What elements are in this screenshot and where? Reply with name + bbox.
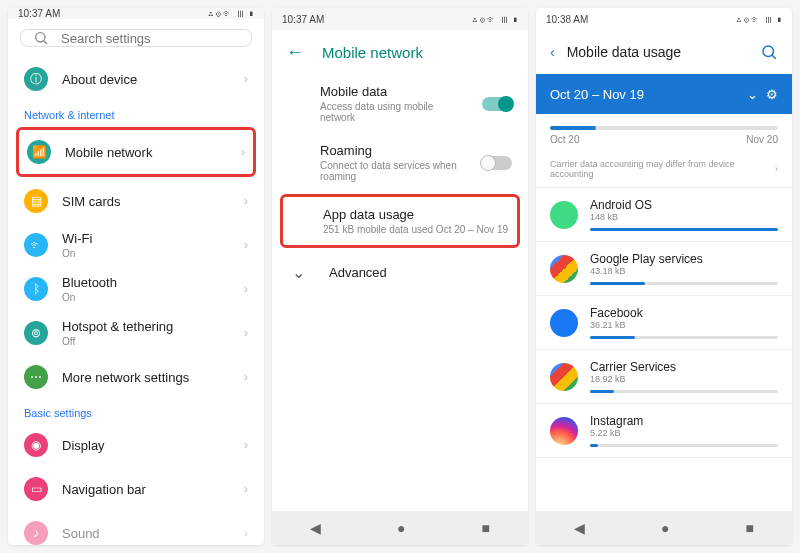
display-label: Display xyxy=(62,438,230,453)
advanced-label: Advanced xyxy=(329,265,512,280)
search-settings[interactable] xyxy=(20,29,252,47)
wifi-icon: ᯤ xyxy=(24,233,48,257)
search-input[interactable] xyxy=(61,31,239,46)
info-icon: ⓘ xyxy=(24,67,48,91)
status-time: 10:38 AM xyxy=(546,14,588,25)
chevron-right-icon: › xyxy=(244,526,248,540)
data-usage-screen: 10:38 AM ⁂ ⊘ ᯤ ⫴ ▮ ‹ Mobile data usage O… xyxy=(536,8,792,545)
chevron-right-icon: › xyxy=(244,194,248,208)
mobile-data-label: Mobile data xyxy=(320,84,468,99)
nav-buttons: ◀ ● ■ xyxy=(272,511,528,545)
status-time: 10:37 AM xyxy=(18,8,60,19)
svg-point-0 xyxy=(36,33,45,42)
status-bar: 10:38 AM ⁂ ⊘ ᯤ ⫴ ▮ xyxy=(536,8,792,30)
back-arrow-icon[interactable]: ‹ xyxy=(550,44,555,60)
page-title: Mobile data usage xyxy=(567,44,681,60)
sound-row[interactable]: ♪ Sound › xyxy=(8,511,264,545)
hotspot-status: Off xyxy=(62,336,230,347)
app-data-usage-row[interactable]: App data usage251 kB mobile data used Oc… xyxy=(283,197,517,245)
app-row[interactable]: Google Play services 43.18 kB xyxy=(536,242,792,295)
chevron-right-icon: › xyxy=(244,72,248,86)
mobile-network-row[interactable]: 📶 Mobile network › xyxy=(19,130,253,174)
mobile-data-toggle[interactable] xyxy=(482,97,512,111)
navbar-row[interactable]: ▭ Navigation bar › xyxy=(8,467,264,511)
home-button[interactable]: ● xyxy=(397,520,405,536)
mobile-data-row[interactable]: Mobile dataAccess data using mobile netw… xyxy=(272,74,528,133)
roaming-sub: Connect to data services when roaming xyxy=(320,160,468,182)
usage-timeline: Oct 20 Nov 20 xyxy=(536,114,792,151)
bluetooth-icon: ᛒ xyxy=(24,277,48,301)
chevron-right-icon: › xyxy=(244,282,248,296)
hotspot-row[interactable]: ⊚ Hotspot & tetheringOff › xyxy=(8,311,264,355)
sim-cards-row[interactable]: ▤ SIM cards › xyxy=(8,179,264,223)
more-icon: ⋯ xyxy=(24,365,48,389)
bluetooth-row[interactable]: ᛒ BluetoothOn › xyxy=(8,267,264,311)
chevron-down-icon[interactable]: ⌄ xyxy=(747,87,758,102)
app-list: Android OS 148 kB Google Play services 4… xyxy=(536,188,792,458)
navbar-label: Navigation bar xyxy=(62,482,230,497)
roaming-row[interactable]: RoamingConnect to data services when roa… xyxy=(272,133,528,192)
status-bar: 10:37 AM ⁂ ⊘ ᯤ ⫴ ▮ xyxy=(272,8,528,30)
recent-button[interactable]: ■ xyxy=(482,520,490,536)
about-device-row[interactable]: ⓘ About device › xyxy=(8,57,264,101)
advanced-row[interactable]: ⌄ Advanced xyxy=(272,250,528,294)
more-label: More network settings xyxy=(62,370,230,385)
svg-line-1 xyxy=(44,41,47,44)
date-range-bar[interactable]: Oct 20 – Nov 19 ⌄ ⚙ xyxy=(536,74,792,114)
wifi-status: On xyxy=(62,248,230,259)
status-bar: 10:37 AM ⁂ ⊘ ᯤ ⫴ ▮ xyxy=(8,8,264,19)
search-icon xyxy=(33,30,49,46)
display-row[interactable]: ◉ Display › xyxy=(8,423,264,467)
back-button[interactable]: ◀ xyxy=(310,520,321,536)
sound-icon: ♪ xyxy=(24,521,48,545)
app-name: Instagram xyxy=(590,414,778,428)
app-icon xyxy=(550,363,578,391)
search-icon[interactable] xyxy=(760,43,778,61)
header: ← Mobile network xyxy=(272,30,528,74)
app-name: Facebook xyxy=(590,306,778,320)
roaming-toggle[interactable] xyxy=(482,156,512,170)
bt-status: On xyxy=(62,292,230,303)
app-name: Google Play services xyxy=(590,252,778,266)
more-network-row[interactable]: ⋯ More network settings › xyxy=(8,355,264,399)
about-label: About device xyxy=(62,72,230,87)
app-icon xyxy=(550,417,578,445)
app-icon xyxy=(550,255,578,283)
app-row[interactable]: Android OS 148 kB xyxy=(536,188,792,241)
sound-label: Sound xyxy=(62,526,230,541)
back-button[interactable]: ◀ xyxy=(574,520,585,536)
svg-point-2 xyxy=(763,46,774,57)
app-size: 148 kB xyxy=(590,212,778,222)
app-usage-bar xyxy=(590,228,778,231)
app-data-usage-sub: 251 kB mobile data used Oct 20 – Nov 19 xyxy=(323,224,509,235)
recent-button[interactable]: ■ xyxy=(746,520,754,536)
back-arrow-icon[interactable]: ← xyxy=(286,42,304,63)
hotspot-icon: ⊚ xyxy=(24,321,48,345)
app-icon xyxy=(550,309,578,337)
carrier-warning-row[interactable]: Carrier data accounting may differ from … xyxy=(536,151,792,187)
home-button[interactable]: ● xyxy=(661,520,669,536)
app-name: Carrier Services xyxy=(590,360,778,374)
app-data-usage-label: App data usage xyxy=(323,207,509,222)
sim-label: SIM cards xyxy=(62,194,230,209)
app-row[interactable]: Facebook 36.21 kB xyxy=(536,296,792,349)
hotspot-label: Hotspot & tethering xyxy=(62,319,230,334)
chevron-right-icon: › xyxy=(244,370,248,384)
chevron-right-icon: › xyxy=(244,238,248,252)
mobile-network-label: Mobile network xyxy=(65,145,227,160)
app-row[interactable]: Carrier Services 18.92 kB xyxy=(536,350,792,403)
wifi-label: Wi-Fi xyxy=(62,231,230,246)
header: ‹ Mobile data usage xyxy=(536,30,792,74)
wifi-row[interactable]: ᯤ Wi-FiOn › xyxy=(8,223,264,267)
carrier-warning: Carrier data accounting may differ from … xyxy=(550,159,775,179)
app-usage-bar xyxy=(590,390,778,393)
highlight-mobile-network: 📶 Mobile network › xyxy=(16,127,256,177)
app-row[interactable]: Instagram 5.22 kB xyxy=(536,404,792,457)
app-size: 36.21 kB xyxy=(590,320,778,330)
date-range: Oct 20 – Nov 19 xyxy=(550,87,644,102)
chevron-right-icon: › xyxy=(244,482,248,496)
status-time: 10:37 AM xyxy=(282,14,324,25)
chevron-right-icon: › xyxy=(241,145,245,159)
svg-line-3 xyxy=(772,55,776,59)
gear-icon[interactable]: ⚙ xyxy=(766,87,778,102)
